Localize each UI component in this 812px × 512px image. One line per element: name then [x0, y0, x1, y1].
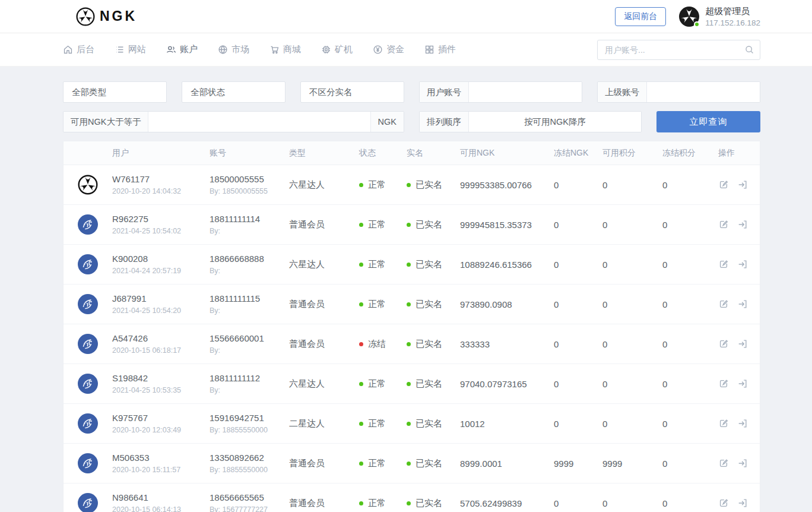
user-avatar[interactable] — [64, 493, 112, 512]
table-body: W761177 2020-10-20 14:04:32 18500005555 … — [64, 165, 760, 512]
frozen-points: 0 — [662, 498, 718, 508]
frozen-points: 0 — [662, 299, 718, 309]
row-actions — [718, 418, 760, 429]
login-as-user-icon[interactable] — [737, 498, 748, 508]
user-name: S198842 — [112, 373, 210, 383]
realname-label: 已实名 — [415, 299, 442, 310]
user-avatar[interactable] — [64, 334, 112, 354]
realname-cell: 已实名 — [407, 498, 460, 509]
admin-avatar[interactable] — [679, 7, 699, 27]
referrer-account: By: 18500005555 — [210, 187, 289, 195]
nav-label: 插件 — [438, 44, 456, 55]
available-ngk: 10889246.615366 — [460, 260, 554, 270]
realname-cell: 已实名 — [407, 339, 460, 350]
nav-item-miner[interactable]: 矿机 — [321, 44, 353, 55]
nav-item-website[interactable]: 网站 — [115, 44, 146, 55]
nav-item-accounts[interactable]: 账户 — [166, 44, 198, 55]
referrer-account: By: 15677777227 — [210, 505, 289, 512]
user-avatar[interactable] — [64, 214, 112, 235]
available-ngk: 8999.0001 — [460, 459, 554, 469]
account-number: 18500005555 — [210, 174, 289, 184]
pattern-avatar-icon — [78, 294, 98, 314]
cart-icon — [269, 45, 280, 55]
account-number: 18656665565 — [210, 492, 289, 502]
status-filter-select[interactable]: 全部状态 — [182, 81, 286, 103]
status-label: 正常 — [368, 259, 386, 270]
realname-filter-select[interactable]: 不区分实名 — [300, 81, 404, 103]
edit-icon[interactable] — [718, 259, 729, 270]
order-select[interactable]: 按可用NGK降序 — [469, 112, 641, 132]
main-nav: 后台 网站 账户 市场 商城 矿机 资金 插件 — [0, 33, 812, 67]
realname-dot — [407, 342, 411, 346]
login-as-user-icon[interactable] — [737, 339, 748, 349]
account-number: 18866668888 — [210, 254, 289, 264]
user-avatar[interactable] — [64, 175, 112, 195]
nav-item-funds[interactable]: 资金 — [373, 44, 404, 55]
user-account-search-input[interactable] — [597, 40, 760, 60]
referrer-account: By: 18855550000 — [210, 466, 289, 474]
edit-icon[interactable] — [718, 299, 729, 309]
edit-icon[interactable] — [718, 339, 729, 349]
nav-item-plugins[interactable]: 插件 — [424, 44, 456, 55]
member-type: 普通会员 — [289, 339, 359, 350]
nav-item-market[interactable]: 市场 — [218, 44, 249, 55]
user-name: A547426 — [112, 333, 210, 343]
realname-label: 已实名 — [415, 378, 442, 390]
login-as-user-icon[interactable] — [737, 378, 748, 389]
edit-icon[interactable] — [718, 498, 729, 508]
content-area: 全部类型 全部状态 不区分实名 用户账号 上级账号 可用NGK大于等于 NGK … — [0, 67, 812, 512]
edit-icon[interactable] — [718, 219, 729, 230]
status-label: 正常 — [368, 219, 386, 230]
edit-icon[interactable] — [718, 418, 729, 429]
user-avatar[interactable] — [64, 254, 112, 274]
available-ngk: 97040.07973165 — [460, 379, 554, 389]
type-filter-select[interactable]: 全部类型 — [63, 81, 167, 103]
login-as-user-icon[interactable] — [737, 418, 748, 429]
member-type: 六星达人 — [289, 179, 359, 191]
register-date: 2020-10-15 06:18:17 — [112, 346, 210, 355]
realname-dot — [407, 223, 411, 227]
status-label: 正常 — [368, 458, 386, 469]
login-as-user-icon[interactable] — [737, 259, 748, 270]
nav-label: 账户 — [180, 44, 198, 55]
brand-name: NGK — [100, 8, 137, 24]
frozen-ngk: 0 — [554, 180, 602, 190]
search-icon[interactable] — [744, 45, 754, 55]
user-avatar[interactable] — [64, 374, 112, 394]
user-avatar[interactable] — [64, 294, 112, 314]
referrer-account: By: — [210, 227, 289, 235]
user-account-filter-group: 用户账号 — [419, 81, 582, 103]
login-as-user-icon[interactable] — [737, 179, 748, 190]
login-as-user-icon[interactable] — [737, 299, 748, 309]
user-account-field[interactable] — [469, 82, 582, 102]
status-label: 正常 — [368, 299, 386, 310]
th-type: 类型 — [289, 148, 359, 159]
user-avatar[interactable] — [64, 413, 112, 434]
nav-item-backend[interactable]: 后台 — [63, 44, 94, 55]
ngk-gte-field[interactable] — [148, 112, 370, 132]
status-label: 冻结 — [368, 339, 386, 350]
pattern-avatar-icon — [78, 214, 98, 235]
edit-icon[interactable] — [718, 179, 729, 190]
edit-icon[interactable] — [718, 378, 729, 389]
th-frozen-ngk: 冻结NGK — [554, 148, 602, 159]
login-as-user-icon[interactable] — [737, 458, 748, 469]
globe-icon — [218, 45, 228, 55]
frozen-ngk: 0 — [554, 260, 602, 270]
parent-account-field[interactable] — [647, 82, 760, 102]
nav-item-mall[interactable]: 商城 — [269, 44, 301, 55]
register-date: 2020-10-20 15:11:57 — [112, 466, 210, 474]
referrer-account: By: 18855550000 — [210, 426, 289, 434]
available-points: 0 — [602, 498, 662, 508]
edit-icon[interactable] — [718, 458, 729, 469]
back-to-front-button[interactable]: 返回前台 — [615, 7, 666, 26]
login-as-user-icon[interactable] — [737, 219, 748, 230]
register-date: 2021-04-25 10:54:02 — [112, 227, 210, 235]
frozen-points: 0 — [662, 220, 718, 230]
admin-profile[interactable]: 超级管理员 117.152.16.182 — [679, 6, 760, 27]
filter-row-1: 全部类型 全部状态 不区分实名 用户账号 上级账号 — [63, 81, 760, 103]
query-now-button[interactable]: 立即查询 — [656, 111, 760, 132]
account-number: 18811111112 — [210, 373, 289, 383]
ngk-logo-icon — [76, 7, 95, 26]
user-avatar[interactable] — [64, 453, 112, 473]
